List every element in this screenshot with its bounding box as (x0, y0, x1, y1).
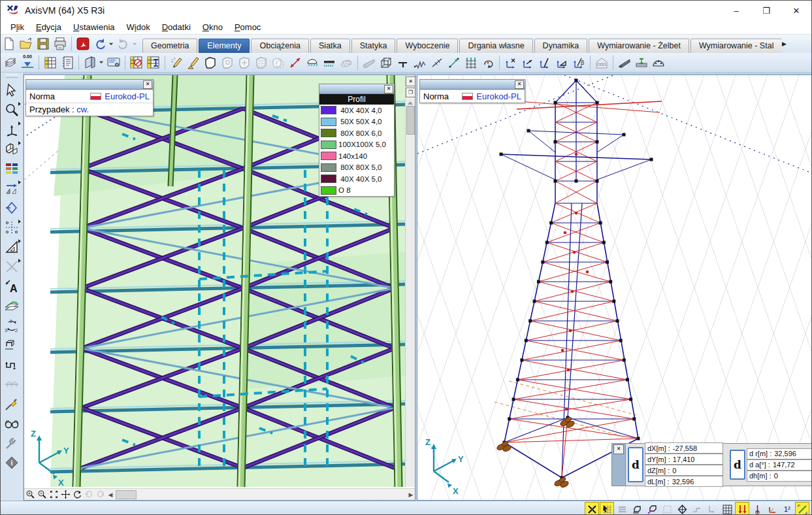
workplane-toggle[interactable] (795, 502, 809, 515)
cs-plane-button[interactable] (553, 55, 570, 71)
coord-field-dh[interactable]: dh[m] :0 (747, 471, 812, 482)
cs-line-button[interactable] (536, 55, 553, 71)
layers-button[interactable] (2, 55, 19, 71)
menu-plik[interactable]: Plik (5, 21, 30, 33)
zoom-fit-button[interactable] (48, 490, 59, 500)
menu-ustawienia[interactable]: Ustawienia (67, 21, 121, 33)
zoom-in-button[interactable] (24, 490, 36, 500)
menu-dodatki[interactable]: Dodatki (156, 21, 197, 33)
menu-okno[interactable]: Okno (197, 21, 229, 33)
norma-box-right[interactable]: ✕ Norma Eurokod-PL (419, 79, 525, 103)
zoom-tool[interactable] (2, 100, 22, 120)
node-dof-button[interactable] (463, 55, 479, 71)
viewport-right-canvas[interactable]: Z Y X ✕ Norma Eurokod-PL ✕ (417, 75, 812, 500)
maximize-button[interactable]: ❐ (751, 1, 781, 20)
symbols-toggle[interactable] (675, 502, 689, 515)
edge-support-button[interactable] (321, 55, 338, 71)
horizontal-scroll-thumb[interactable] (116, 490, 137, 499)
domain-hole-button[interactable] (219, 55, 236, 71)
delta-toggle-button[interactable]: d (628, 447, 643, 482)
pdf-export-button[interactable] (74, 36, 91, 52)
building-module-button[interactable] (593, 55, 610, 71)
elevation-button[interactable]: 0.00 (19, 54, 36, 71)
domain-operations-button[interactable] (236, 55, 253, 71)
geometry-tools[interactable] (2, 237, 22, 257)
drawing-library-button[interactable] (82, 55, 99, 71)
minimize-button[interactable]: – (721, 1, 751, 20)
menu-pomoc[interactable]: Pomoc (229, 21, 267, 33)
wedge-button[interactable] (616, 55, 633, 71)
bridge-tool[interactable] (2, 374, 22, 394)
coordinate-palette-grip[interactable]: ✕ (612, 444, 626, 486)
coord-field-dr[interactable]: d r[m] :32,596 (747, 448, 812, 459)
select-tool[interactable] (2, 80, 22, 100)
link-element-button[interactable] (446, 55, 463, 71)
parts-toggle[interactable] (630, 502, 644, 515)
local-axes-button[interactable] (287, 55, 304, 71)
pan-button[interactable] (59, 490, 71, 500)
delta-toggle-button[interactable]: d (730, 450, 745, 480)
cs-node-button[interactable] (519, 55, 536, 71)
gap-element-button[interactable] (429, 55, 446, 71)
norma-box-titlebar[interactable]: ✕ (26, 80, 153, 90)
tab-overflow-arrow[interactable]: ▶ (782, 41, 787, 47)
parts-edit-toggle[interactable] (645, 502, 659, 515)
viewport-maximize-button[interactable]: ❐ (406, 88, 415, 97)
close-button[interactable]: ✕ (781, 1, 811, 20)
profil-legend[interactable]: ✕ Profil 40X 40X 4,0 50X 50X 4,0 80X 80X… (319, 84, 395, 197)
close-icon[interactable]: ✕ (515, 80, 524, 89)
tab-siatka[interactable]: Siatka (310, 39, 350, 53)
local-system-toggle[interactable] (765, 502, 779, 515)
rib-button[interactable] (361, 55, 378, 71)
text-tool[interactable]: A (2, 276, 22, 296)
toolbar-grip[interactable] (6, 75, 18, 78)
parts-tool[interactable] (2, 139, 22, 159)
tab-dynamika[interactable]: Dynamika (534, 39, 588, 53)
scroll-up-icon[interactable] (408, 101, 413, 105)
cross-section-table-button[interactable] (145, 55, 162, 71)
coord-field-da[interactable]: d a[°] :147,72 (747, 459, 812, 471)
renumber-tool[interactable]: 123 (2, 316, 22, 335)
tab-wym-stal[interactable]: Wymiarowanie - Stal (690, 39, 781, 53)
new-file-button[interactable] (1, 36, 18, 52)
norma-box-left[interactable]: ✕ Norma Eurokod-PL Przypadek : cw. (25, 79, 154, 116)
menu-edycja[interactable]: Edycja (30, 21, 67, 33)
numbering-toggle[interactable]: 1² (780, 502, 794, 515)
hinge-button[interactable] (479, 55, 496, 71)
undo-button[interactable] (91, 36, 108, 52)
coordinate-palette[interactable]: ✕ d dX[m] :-27,558 dY[m] :17,410 dZ[m] :… (611, 443, 812, 486)
reaction-display-toggle[interactable] (750, 502, 764, 515)
background-layers-toggle[interactable] (615, 502, 629, 515)
tab-statyka[interactable]: Statyka (351, 39, 396, 53)
viewport-left-canvas[interactable]: Z Y X ✕ Norma Eurokod-PL Przypadek : cw. (24, 75, 405, 487)
path2-toggle[interactable] (705, 502, 719, 515)
grid-snap-toggle[interactable] (600, 502, 614, 515)
find-tool[interactable] (2, 414, 22, 433)
surface-support-button[interactable] (304, 55, 321, 71)
dome-button[interactable] (650, 55, 667, 71)
vertical-scroll-thumb[interactable] (406, 106, 415, 135)
tables-button[interactable] (42, 55, 59, 71)
layers-manager-tool[interactable] (2, 296, 22, 316)
composite-section-button[interactable] (633, 55, 650, 71)
detail-tool[interactable] (2, 335, 22, 355)
view-redo-button[interactable] (95, 490, 106, 500)
drawing-library-dropdown[interactable] (99, 55, 105, 71)
cs-delete-button[interactable] (502, 55, 519, 71)
viewport-left[interactable]: Z Y X ✕ Norma Eurokod-PL Przypadek : cw. (24, 75, 415, 501)
domain-button[interactable] (202, 55, 219, 71)
scroll-left-icon[interactable]: ◀ (106, 491, 114, 498)
menu-widok[interactable]: Widok (121, 21, 156, 33)
close-icon[interactable]: ✕ (143, 80, 152, 89)
viewport-close-button[interactable]: ✕ (406, 76, 415, 86)
color-coding-tool[interactable] (2, 159, 22, 178)
nodal-support-button[interactable] (395, 55, 412, 71)
coord-field-dz[interactable]: dZ[m] :0 (645, 465, 723, 476)
crosshair-toggle[interactable] (585, 502, 599, 515)
screwdriver-tool[interactable] (2, 394, 22, 414)
undo-dropdown[interactable] (108, 36, 115, 52)
viewport-right[interactable]: Z Y X ✕ Norma Eurokod-PL ✕ (417, 75, 812, 501)
close-icon[interactable]: ✕ (384, 85, 393, 93)
domain-copy-button[interactable] (270, 55, 287, 71)
spring-button[interactable] (412, 55, 429, 71)
